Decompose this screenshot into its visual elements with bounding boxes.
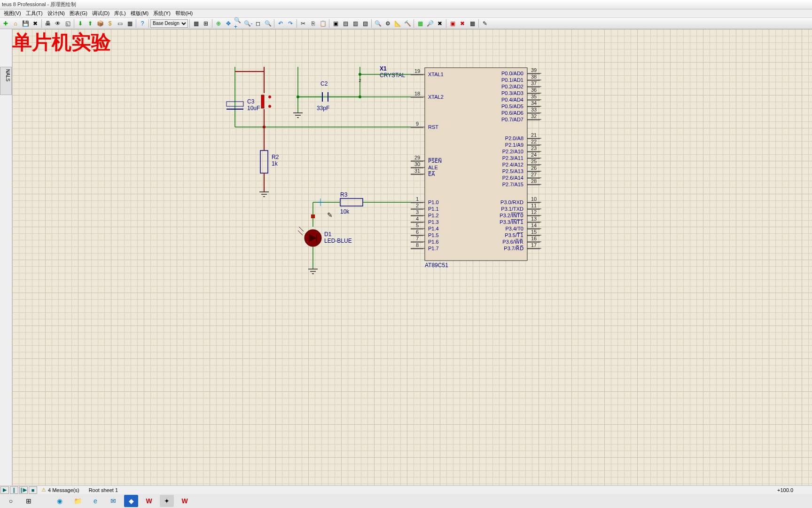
pencil-cursor-icon: ✎ [327,211,333,219]
p0-port[interactable]: 39P0.0/AD038P0.1/AD137P0.2/AD236P0.3/AD3… [500,67,541,251]
block-copy-icon[interactable]: ▣ [331,19,340,28]
svg-text:E̅A̅: E̅A̅ [428,171,435,177]
svg-text:P1.6: P1.6 [428,239,439,245]
svg-text:34: 34 [531,100,537,106]
wps2-icon[interactable]: W [178,495,192,507]
undo-icon[interactable]: ↶ [276,19,285,28]
mail-icon[interactable]: ✉ [106,495,120,507]
svg-text:22: 22 [531,139,537,144]
reset-switch[interactable] [261,95,264,108]
help-icon[interactable]: ? [138,19,147,28]
svg-text:P1.0: P1.0 [428,199,439,205]
menu-system[interactable]: 系统(Y) [151,10,172,17]
sim-pause-icon[interactable]: ‖ [10,486,18,494]
svg-line-185 [299,227,304,231]
schematic-svg[interactable]: AT89C51 19XTAL1 18XTAL2 9RST 29P̅S̅E̅N̅ … [12,29,811,452]
zoom-in-icon[interactable]: 🔍+ [234,19,243,28]
zoom-out-icon[interactable]: 🔍- [243,19,253,28]
copy-icon[interactable]: ⎘ [308,19,318,28]
menu-library[interactable]: 库(L) [112,10,127,17]
search-icon[interactable]: 🔎 [425,19,435,28]
redo-icon[interactable]: ↷ [286,19,295,28]
preview-icon[interactable]: 👁 [53,19,62,28]
svg-text:29: 29 [414,155,420,160]
block-delete-icon[interactable]: ▧ [360,19,370,28]
save-icon[interactable]: 💾 [21,19,30,28]
block-move-icon[interactable]: ▤ [341,19,350,28]
sim-stop-icon[interactable]: ■ [29,486,37,494]
menu-debug[interactable]: 调试(D) [90,10,111,17]
pick-icon[interactable]: 🔍 [373,19,383,28]
export-icon[interactable]: ⬆ [86,19,95,28]
svg-text:8: 8 [416,242,419,248]
svg-text:7: 7 [416,236,419,241]
svg-text:17: 17 [531,242,537,248]
status-messages[interactable]: ⚠ 4 Message(s) [41,487,79,493]
close-icon[interactable]: ✖ [31,19,40,28]
bom-icon[interactable]: ▦ [468,19,477,28]
r2-component[interactable] [260,151,268,173]
sim-step-icon[interactable]: ‖▶ [19,486,28,494]
decompose-icon[interactable]: 🔨 [403,19,412,28]
search-icon[interactable]: ○ [4,495,18,507]
svg-text:32: 32 [531,113,537,119]
menu-chart[interactable]: 图表(G) [68,10,89,17]
app1-icon[interactable]: ◆ [124,495,138,507]
origin-icon[interactable]: ⊕ [214,19,223,28]
explorer-icon[interactable]: 📁 [70,495,85,507]
make-icon[interactable]: ⚙ [383,19,392,28]
r3-component[interactable] [340,198,363,206]
home-icon[interactable]: ⌂ [11,19,20,28]
cursor-crosshair [317,198,324,206]
svg-text:4: 4 [416,216,419,222]
status-sheet[interactable]: Root sheet 1 [89,487,118,493]
design-mode-select[interactable]: Base Design [150,19,188,28]
crystal-ref: X1 [380,65,387,72]
dollar-icon[interactable]: $ [105,19,115,28]
svg-line-186 [298,230,303,235]
cut-icon[interactable]: ✂ [298,19,308,28]
zoom-fit-icon[interactable]: ◻ [253,19,263,28]
netlist-icon[interactable]: ✖ [458,19,467,28]
zoom-area-icon[interactable]: ◱ [63,19,72,28]
snippet-icon[interactable]: ▭ [115,19,125,28]
canvas[interactable]: 单片机实验 AT89C51 19XTAL1 18XTAL2 9RST 29P̅S… [12,29,812,485]
snap-icon[interactable]: ⊞ [201,19,211,28]
edit-icon[interactable]: ✎ [480,19,490,28]
new-icon[interactable]: ✚ [1,19,10,28]
wps-icon[interactable]: W [142,495,156,507]
task-view-icon[interactable]: ⊞ [22,495,36,507]
paste-icon[interactable]: 📋 [318,19,328,28]
c2-ref: C2 [320,80,328,87]
svg-text:P3.4/T0: P3.4/T0 [505,226,523,231]
package-mode-icon[interactable]: 📐 [393,19,402,28]
svg-text:P3.1/TXD: P3.1/TXD [501,206,523,212]
menu-view[interactable]: 视图(V) [2,10,23,17]
svg-text:P̅S̅E̅N̅: P̅S̅E̅N̅ [428,158,442,164]
menu-design[interactable]: 设计(N) [46,10,67,17]
package-icon[interactable]: 📦 [95,19,105,28]
import-icon[interactable]: ⬇ [76,19,85,28]
menu-tools[interactable]: 工具(T) [24,10,45,17]
sim-play-icon[interactable]: ▶ [0,486,9,494]
svg-text:2: 2 [359,78,361,83]
pan-icon[interactable]: ✥ [224,19,233,28]
report-icon[interactable]: ▦ [125,19,134,28]
grid-icon[interactable]: ▦ [191,19,201,28]
erc-icon[interactable]: ▣ [448,19,457,28]
block-rotate-icon[interactable]: ▥ [351,19,360,28]
menu-help[interactable]: 帮助(H) [173,10,195,17]
proteus-icon[interactable]: ✦ [160,495,174,507]
edge-icon[interactable]: ◉ [53,495,67,507]
svg-text:P0.7/AD7: P0.7/AD7 [501,117,523,122]
property-icon[interactable]: ✖ [435,19,445,28]
browser-icon[interactable]: e [88,495,102,507]
svg-text:P2.6/A14: P2.6/A14 [502,175,523,181]
crystal-val: CRYSTAL [380,72,406,79]
menu-template[interactable]: 模版(M) [129,10,151,17]
print-icon[interactable]: 🖶 [43,19,53,28]
svg-text:10: 10 [531,196,537,202]
terminals-tab[interactable]: NALS [0,67,12,95]
toggle-wire-icon[interactable]: ▦ [415,19,425,28]
zoom-sel-icon[interactable]: 🔍 [263,19,273,28]
